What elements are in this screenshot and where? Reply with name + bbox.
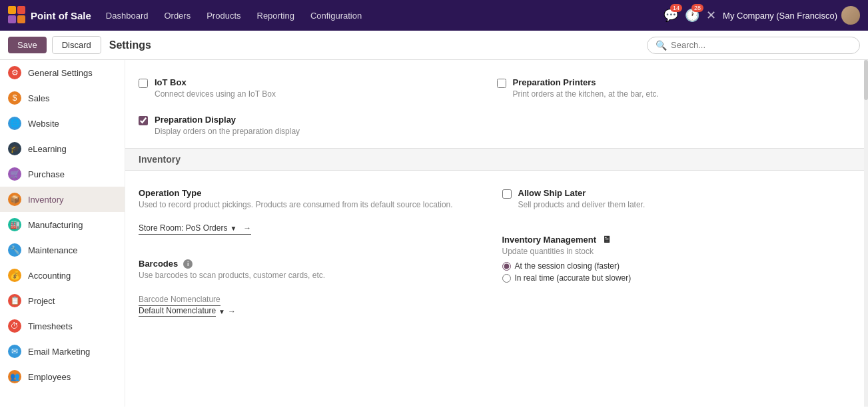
allow-ship-later-desc: Sell products and deliver them later. <box>518 199 845 211</box>
prep-display-desc: Display orders on the preparation displa… <box>155 126 855 137</box>
sidebar-label-employees: Employees <box>28 372 71 382</box>
sidebar-item-accounting[interactable]: 💰 Accounting <box>0 263 125 288</box>
allow-ship-later-checkbox-wrap <box>502 189 512 201</box>
toolbar: Save Discard Settings 🔍 <box>0 31 868 60</box>
page-title: Settings <box>109 39 151 51</box>
timesheets-icon: ⏱ <box>8 319 21 333</box>
inventory-management-icon: 🖥 <box>602 234 612 245</box>
sidebar-item-manufacturing[interactable]: 🏭 Manufacturing <box>0 212 125 237</box>
prep-display-text: Preparation Display Display orders on th… <box>155 115 855 137</box>
sidebar-item-inventory[interactable]: 📦 Inventory <box>0 187 125 212</box>
barcode-nomenclature-value: Default Nomenclature <box>139 306 216 317</box>
sidebar-item-general-settings[interactable]: ⚙ General Settings <box>0 60 125 85</box>
sidebar-label-purchase: Purchase <box>28 169 65 179</box>
barcodes-setting: Barcodes i Use barcodes to scan products… <box>139 252 492 323</box>
nav-products[interactable]: Products <box>200 8 247 23</box>
chat-badge: 14 <box>670 4 682 12</box>
barcodes-info-icon[interactable]: i <box>183 259 193 269</box>
inventory-radio-group: At the session closing (faster) In real … <box>502 261 845 283</box>
prep-printers-text: Preparation Printers Print orders at the… <box>513 77 845 100</box>
inventory-icon: 📦 <box>8 193 21 206</box>
elearning-icon: 🎓 <box>8 142 21 155</box>
barcode-nomenclature-label: Barcode Nomenclature <box>139 295 220 304</box>
operation-type-setting: Operation Type Used to record product pi… <box>139 181 492 242</box>
sidebar-item-employees[interactable]: 👥 Employees <box>0 364 125 389</box>
discard-button[interactable]: Discard <box>52 36 101 54</box>
barcodes-text: Barcodes i Use barcodes to scan products… <box>139 259 481 317</box>
prep-display-checkbox-wrap <box>139 116 148 127</box>
inventory-management-label: Inventory Management 🖥 <box>502 234 845 245</box>
nav-reporting[interactable]: Reporting <box>250 8 301 23</box>
nav-orders[interactable]: Orders <box>157 8 197 23</box>
sidebar-item-email-marketing[interactable]: ✉ Email Marketing <box>0 339 125 364</box>
operation-type-dropdown[interactable]: Store Room: PoS Orders ▼ → <box>139 222 251 235</box>
sidebar-label-inventory: Inventory <box>28 195 63 205</box>
nomenclature-arrow-icon[interactable]: → <box>228 307 236 316</box>
settings-icon-btn[interactable]: ✕ <box>706 8 716 23</box>
sidebar-label-general-settings: General Settings <box>28 68 93 78</box>
purchase-icon: 🛒 <box>8 167 21 181</box>
sidebar-label-email-marketing: Email Marketing <box>28 347 90 357</box>
iot-grid: IoT Box Connect devices using an IoT Box… <box>139 71 855 107</box>
sidebar-item-sales[interactable]: $ Sales <box>0 85 125 111</box>
activity-icon-btn[interactable]: 🕐 28 <box>685 8 699 23</box>
prep-printers-checkbox[interactable] <box>497 79 506 88</box>
sidebar-item-project[interactable]: 📋 Project <box>0 288 125 313</box>
prep-printers-label: Preparation Printers <box>513 77 845 87</box>
iot-box-desc: Connect devices using an IoT Box <box>155 89 486 100</box>
activity-badge: 28 <box>691 4 703 12</box>
scrollbar-track <box>864 60 868 407</box>
nav-dashboard[interactable]: Dashboard <box>99 8 155 23</box>
iot-box-label: IoT Box <box>155 77 486 87</box>
manufacturing-icon: 🏭 <box>8 218 21 231</box>
prep-display-checkbox[interactable] <box>139 116 148 125</box>
inventory-management-setting: Inventory Management 🖥 Update quantities… <box>502 227 855 292</box>
inventory-section-body: Operation Type Used to record product pi… <box>125 171 868 335</box>
sidebar-label-elearning: eLearning <box>28 144 67 154</box>
sidebar-item-maintenance[interactable]: 🔧 Maintenance <box>0 237 125 263</box>
allow-ship-later-checkbox[interactable] <box>502 189 512 199</box>
allow-ship-later-setting: Allow Ship Later Sell products and deliv… <box>502 181 855 217</box>
email-marketing-icon: ✉ <box>8 345 21 358</box>
brand[interactable]: Point of Sale <box>8 6 91 25</box>
inventory-section-header: Inventory <box>125 148 868 171</box>
search-input[interactable] <box>671 40 851 50</box>
chat-icon-btn[interactable]: 💬 14 <box>663 8 678 23</box>
iot-preparation-section: IoT Box Connect devices using an IoT Box… <box>125 60 868 148</box>
sidebar-label-accounting: Accounting <box>28 271 71 281</box>
allow-ship-later-text: Allow Ship Later Sell products and deliv… <box>518 188 845 211</box>
barcode-nomenclature-dropdown[interactable]: Barcode Nomenclature <box>139 293 220 306</box>
nomenclature-dropdown-icon: ▼ <box>218 308 225 315</box>
iot-box-checkbox[interactable] <box>139 79 148 88</box>
radio-session-closing-input[interactable] <box>502 262 511 271</box>
operation-type-label: Operation Type <box>139 188 481 198</box>
company-selector[interactable]: My Company (San Francisco) <box>723 6 860 25</box>
sidebar-item-timesheets[interactable]: ⏱ Timesheets <box>0 313 125 339</box>
prep-printers-desc: Print orders at the kitchen, at the bar,… <box>513 89 845 100</box>
sidebar-item-purchase[interactable]: 🛒 Purchase <box>0 161 125 187</box>
external-link-icon[interactable]: → <box>243 223 251 233</box>
company-name: My Company (San Francisco) <box>723 11 837 21</box>
prep-printers-checkbox-wrap <box>497 79 506 90</box>
navbar: Point of Sale Dashboard Orders Products … <box>0 0 868 31</box>
employees-icon: 👥 <box>8 370 21 383</box>
radio-real-time-input[interactable] <box>502 274 511 283</box>
scrollbar-thumb[interactable] <box>864 60 868 100</box>
save-button[interactable]: Save <box>8 37 47 53</box>
barcodes-desc: Use barcodes to scan products, customer … <box>139 270 481 281</box>
radio-real-time-label: In real time (accurate but slower) <box>515 273 632 283</box>
sidebar-item-elearning[interactable]: 🎓 eLearning <box>0 136 125 161</box>
operation-type-value: Store Room: PoS Orders <box>139 223 227 233</box>
operation-type-text: Operation Type Used to record product pi… <box>139 188 481 235</box>
brand-icon <box>8 6 27 25</box>
inventory-right-col: Allow Ship Later Sell products and deliv… <box>502 181 855 324</box>
dropdown-arrow-icon: ▼ <box>230 225 236 232</box>
accounting-icon: 💰 <box>8 269 21 282</box>
allow-ship-later-label: Allow Ship Later <box>518 188 845 198</box>
general-settings-icon: ⚙ <box>8 66 21 79</box>
nav-configuration[interactable]: Configuration <box>304 8 368 23</box>
radio-session-closing-label: At the session closing (faster) <box>515 261 620 271</box>
barcodes-label: Barcodes i <box>139 259 481 269</box>
sidebar-item-website[interactable]: 🌐 Website <box>0 111 125 136</box>
svg-rect-3 <box>17 15 25 23</box>
